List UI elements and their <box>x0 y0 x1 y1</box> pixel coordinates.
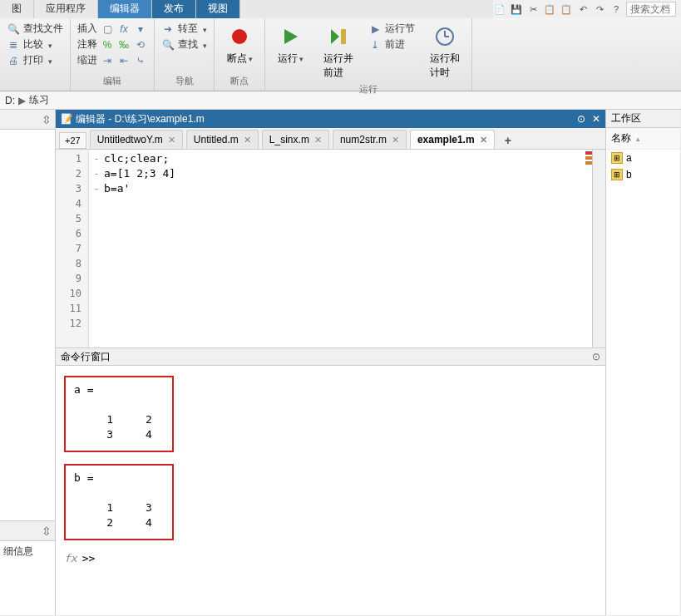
workspace-name-header[interactable]: 名称 <box>606 128 680 150</box>
help-icon[interactable]: ? <box>609 2 623 16</box>
tab-close-icon[interactable]: ✕ <box>392 135 399 145</box>
undo-icon[interactable]: ↶ <box>576 2 590 16</box>
run-advance-button[interactable]: 运行并 前进 <box>318 22 358 81</box>
file-tab-3[interactable]: num2str.m✕ <box>333 130 407 149</box>
goto-icon: ➜ <box>161 22 175 36</box>
new-tab-button[interactable]: + <box>498 132 518 149</box>
workspace-var-b[interactable]: ⊞b <box>606 166 680 183</box>
tab-tu[interactable]: 图 <box>0 0 34 18</box>
line-gutter: 123456789101112 <box>56 150 89 347</box>
ribbon-group-break: 断点 断点 <box>215 18 265 91</box>
print-icon: 🖨 <box>7 54 20 67</box>
cut-icon[interactable]: ✂ <box>526 2 540 16</box>
smart-indent-icon: ⤷ <box>134 54 147 67</box>
find-icon: 🔍 <box>161 38 175 52</box>
comment-button[interactable]: 注释 %‰⟲ <box>77 37 147 52</box>
chevron-updown-icon: ⇳ <box>42 113 52 126</box>
center-panel: 📝 编辑器 - D:\练习\example1.m ⊙ ✕ +27 Untitle… <box>56 110 606 615</box>
tab-apps[interactable]: 应用程序 <box>34 0 98 18</box>
output-box-b: b = 1 3 2 4 <box>64 464 174 540</box>
run-icon <box>277 23 303 50</box>
indent-icon: ⇥ <box>101 54 114 67</box>
editor-titlebar: 📝 编辑器 - D:\练习\example1.m ⊙ ✕ <box>56 110 605 128</box>
tab-editor[interactable]: 编辑器 <box>98 0 152 18</box>
menu-tabs: 图 应用程序 编辑器 发布 视图 📄 💾 ✂ 📋 📋 ↶ ↷ ? <box>0 0 681 18</box>
variable-icon: ⊞ <box>611 152 623 164</box>
insert-button[interactable]: 插入 ▢fx▾ <box>77 22 147 36</box>
path-folder[interactable]: 练习 <box>29 93 49 107</box>
editor-scrollbar[interactable] <box>592 150 605 347</box>
code-text[interactable]: clc;clear; a=[1 2;3 4] b=a' <box>104 150 584 347</box>
output-box-a: a = 1 2 3 4 <box>64 376 174 452</box>
left-panel: ⇳ ⇳ 细信息 <box>0 110 56 615</box>
compare-button[interactable]: ≣比较 <box>7 37 63 52</box>
run-time-button[interactable]: 运行和 计时 <box>425 22 465 81</box>
ribbon-label-edit: 编辑 <box>77 75 147 87</box>
svg-marker-2 <box>331 29 339 44</box>
tab-close-icon[interactable]: ✕ <box>168 135 175 145</box>
find-files-button[interactable]: 🔍查找文件 <box>7 22 63 36</box>
comment-pct-icon: % <box>101 38 114 52</box>
tab-close-icon[interactable]: ✕ <box>244 135 251 145</box>
svg-point-0 <box>232 29 247 44</box>
tab-close-icon[interactable]: ✕ <box>314 135 322 145</box>
minimize-icon[interactable]: ⊙ <box>577 113 585 125</box>
workspace-var-a[interactable]: ⊞a <box>606 150 680 166</box>
ribbon-group-run: 运行 运行并 前进 ▶运行节 ⤓前进 运行和 计时 运行 <box>265 18 472 91</box>
find-button[interactable]: 🔍查找 <box>161 37 207 52</box>
indent-button[interactable]: 缩进 ⇥⇤⤷ <box>77 53 147 67</box>
ribbon-label-run: 运行 <box>272 83 465 96</box>
file-tab-1[interactable]: Untitled.m✕ <box>186 130 259 149</box>
run-button[interactable]: 运行 <box>272 22 308 81</box>
left-collapsed-tab[interactable]: ⇳ <box>0 110 55 130</box>
chevron-updown-icon: ⇳ <box>42 525 52 538</box>
copy-icon[interactable]: 📋 <box>543 2 556 16</box>
section-icon: ▢ <box>101 22 114 36</box>
command-window[interactable]: a = 1 2 3 4 b = 1 3 2 4 fx >> <box>56 366 605 615</box>
path-sep-icon: ▶ <box>18 95 26 106</box>
workspace-title: 工作区 <box>606 110 680 128</box>
tab-publish[interactable]: 发布 <box>152 0 196 18</box>
svg-marker-1 <box>284 29 298 44</box>
file-tab-4[interactable]: example1.m✕ <box>410 130 495 149</box>
save-icon[interactable]: 💾 <box>510 2 523 16</box>
goto-button[interactable]: ➜转至 <box>161 22 207 36</box>
tab-view[interactable]: 视图 <box>196 0 240 18</box>
chevron-down-icon[interactable]: ⊙ <box>592 351 600 362</box>
ribbon-label-nav: 导航 <box>161 75 207 87</box>
file-tab-0[interactable]: UntitledtwoY.m✕ <box>90 130 183 149</box>
command-window-title: 命令行窗口 ⊙ <box>56 347 605 366</box>
fx-icon: fx <box>117 22 131 36</box>
wrap-comment-icon: ⟲ <box>134 38 147 52</box>
breakpoint-icon <box>226 23 253 50</box>
run-section-icon: ▶ <box>368 22 382 36</box>
advance-icon: ⤓ <box>368 38 382 52</box>
path-drive[interactable]: D: <box>5 95 15 106</box>
fx-prompt-icon: fx <box>64 552 77 564</box>
new-doc-icon[interactable]: 📄 <box>493 2 506 16</box>
run-section-button[interactable]: ▶运行节 <box>368 22 415 36</box>
uncomment-icon: ‰ <box>117 38 131 52</box>
paste-icon[interactable]: 📋 <box>560 2 573 16</box>
file-tab-2[interactable]: L_sinx.m✕ <box>262 130 329 149</box>
outdent-icon: ⇤ <box>117 54 131 67</box>
tab-close-icon[interactable]: ✕ <box>480 135 487 145</box>
command-prompt[interactable]: fx >> <box>64 552 597 564</box>
ribbon-group-edit: 插入 ▢fx▾ 注释 %‰⟲ 缩进 ⇥⇤⤷ 编辑 <box>71 18 155 91</box>
close-icon[interactable]: ✕ <box>592 113 600 125</box>
redo-icon[interactable]: ↷ <box>593 2 606 16</box>
print-button[interactable]: 🖨打印 <box>7 53 63 67</box>
editor-area[interactable]: 123456789101112 --- clc;clear; a=[1 2;3 … <box>56 150 605 347</box>
tab-count[interactable]: +27 <box>59 132 86 149</box>
advance-button[interactable]: ⤓前进 <box>368 37 415 52</box>
break-gutter[interactable]: --- <box>89 150 104 347</box>
variable-icon: ⊞ <box>611 169 623 180</box>
find-files-icon: 🔍 <box>7 22 20 36</box>
search-input[interactable] <box>626 2 676 17</box>
editor-title: 编辑器 - D:\练习\example1.m <box>76 112 205 126</box>
breakpoints-button[interactable]: 断点 <box>221 22 258 73</box>
workspace-panel: 工作区 名称 ⊞a ⊞b <box>606 110 680 615</box>
left-collapsed-tab-2[interactable]: ⇳ <box>0 520 55 540</box>
file-tabs: +27 UntitledtwoY.m✕ Untitled.m✕ L_sinx.m… <box>56 128 605 150</box>
detail-info-label: 细信息 <box>0 540 55 615</box>
